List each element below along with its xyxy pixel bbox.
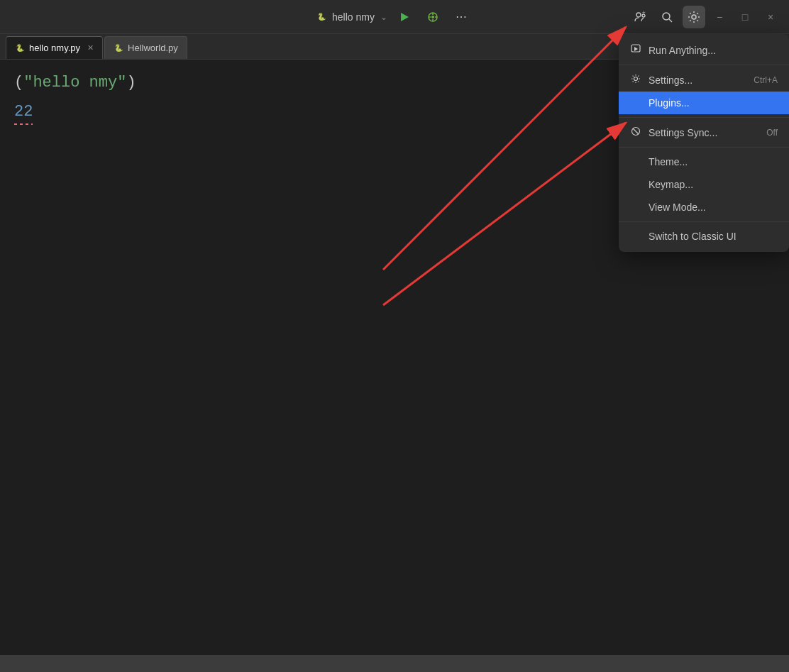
minimize-button[interactable]: − xyxy=(710,7,729,27)
tab1-close-icon[interactable]: ✕ xyxy=(87,43,94,53)
statusbar xyxy=(0,655,789,672)
code-paren: ( xyxy=(14,71,23,94)
more-button[interactable]: ⋯ xyxy=(450,6,473,28)
menu-item-switch-classic[interactable]: Switch to Classic UI xyxy=(619,225,789,248)
search-button[interactable] xyxy=(656,6,678,28)
svg-point-12 xyxy=(692,15,696,19)
menu-divider-2 xyxy=(619,117,789,118)
menu-item-view-mode[interactable]: View Mode... xyxy=(619,196,789,219)
maximize-button[interactable]: □ xyxy=(735,7,755,27)
switch-classic-label: Switch to Classic UI xyxy=(649,231,736,242)
menu-item-run-anything[interactable]: Run Anything... xyxy=(619,38,789,62)
menu-item-settings[interactable]: Settings... Ctrl+A xyxy=(619,68,789,92)
svg-point-10 xyxy=(663,13,670,20)
tab1-python-icon: 🐍 xyxy=(15,43,25,53)
settings-sync-icon xyxy=(630,126,641,138)
collab-button[interactable]: + xyxy=(629,6,651,28)
svg-marker-14 xyxy=(634,47,638,51)
debug-button[interactable] xyxy=(421,6,444,28)
project-name: hello nmy xyxy=(332,11,375,23)
project-chevron-icon: ⌄ xyxy=(380,12,387,22)
menu-divider-3 xyxy=(619,147,789,148)
code-number: 22 xyxy=(14,100,33,123)
svg-point-15 xyxy=(634,77,638,81)
close-button[interactable]: × xyxy=(761,7,780,27)
code-line-2: 22 xyxy=(14,100,33,123)
svg-line-11 xyxy=(669,19,672,22)
svg-marker-0 xyxy=(401,13,409,21)
settings-sync-shortcut: Off xyxy=(766,128,778,138)
tab2-python-icon: 🐍 xyxy=(114,43,123,53)
tab1-label: hello nmy.py xyxy=(29,43,80,53)
titlebar-actions: + − □ × xyxy=(629,6,780,28)
settings-label: Settings... xyxy=(649,75,693,86)
svg-line-17 xyxy=(633,128,639,134)
tab-hellworld[interactable]: 🐍 Hellworld.py xyxy=(104,36,187,59)
run-button[interactable] xyxy=(393,6,416,28)
svg-point-2 xyxy=(431,16,434,18)
run-anything-label: Run Anything... xyxy=(649,45,716,56)
project-python-icon: 🐍 xyxy=(316,12,326,22)
svg-text:+: + xyxy=(642,11,646,16)
settings-sync-label: Settings Sync... xyxy=(649,127,717,138)
tab-hello-nmy[interactable]: 🐍 hello nmy.py ✕ xyxy=(6,36,103,59)
code-paren-close: ) xyxy=(126,71,136,94)
settings-menu-icon xyxy=(630,74,641,86)
dropdown-menu: Run Anything... Settings... Ctrl+A Plugi… xyxy=(619,34,789,252)
tab2-label: Hellworld.py xyxy=(128,43,178,53)
menu-item-keymap[interactable]: Keymap... xyxy=(619,173,789,196)
menu-item-theme[interactable]: Theme... xyxy=(619,150,789,173)
menu-item-plugins[interactable]: Plugins... xyxy=(619,92,789,114)
settings-shortcut: Ctrl+A xyxy=(754,75,778,85)
view-mode-label: View Mode... xyxy=(649,202,706,213)
menu-divider-1 xyxy=(619,65,789,65)
code-string: "hello nmy" xyxy=(23,71,126,94)
titlebar-center: 🐍 hello nmy ⌄ ⋯ xyxy=(316,6,473,28)
theme-label: Theme... xyxy=(649,156,688,167)
plugins-label: Plugins... xyxy=(649,97,690,109)
titlebar: 🐍 hello nmy ⌄ ⋯ xyxy=(0,0,789,34)
run-anything-icon xyxy=(630,44,641,56)
menu-item-settings-sync[interactable]: Settings Sync... Off xyxy=(619,121,789,144)
keymap-label: Keymap... xyxy=(649,179,693,190)
menu-divider-4 xyxy=(619,221,789,222)
settings-gear-button[interactable] xyxy=(683,6,705,28)
svg-point-7 xyxy=(636,13,641,17)
window-controls: − □ × xyxy=(710,7,780,27)
